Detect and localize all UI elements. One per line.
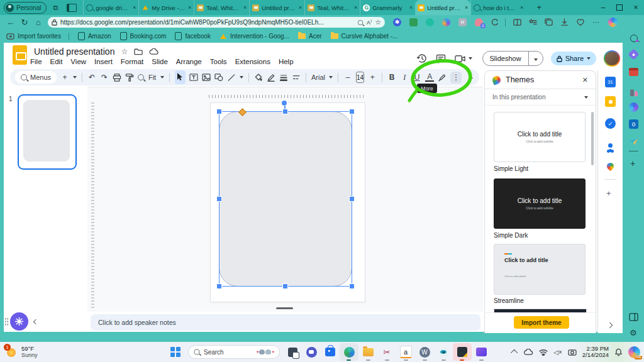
cloud-status-icon[interactable]: [149, 48, 158, 55]
eye-app-button[interactable]: [434, 343, 453, 361]
onedrive-icon[interactable]: [523, 349, 533, 356]
extension-pink-icon[interactable]: 2: [475, 18, 483, 26]
resize-handle-se[interactable]: [350, 284, 354, 288]
tab-close-icon[interactable]: ×: [188, 4, 191, 11]
clock[interactable]: 2:39 PM 2/14/2024: [582, 346, 609, 359]
slide-canvas[interactable]: [87, 87, 483, 312]
sidebar-search-icon[interactable]: [628, 33, 639, 43]
increase-font-button[interactable]: +: [368, 73, 377, 82]
slides-logo-icon[interactable]: [13, 45, 27, 65]
select-tool-button[interactable]: [175, 70, 186, 84]
highlight-color-button[interactable]: [438, 74, 447, 82]
menu-format[interactable]: Format: [121, 58, 143, 65]
settings-more-icon[interactable]: ⋯: [592, 18, 599, 26]
vertical-tabs-icon[interactable]: [67, 4, 77, 12]
document-title[interactable]: Untitled presentation: [34, 47, 114, 57]
zoom-out-icon[interactable]: [358, 19, 364, 25]
bookmark-cursive-folder[interactable]: Cursive Alphabet -...: [331, 33, 398, 40]
insert-line-button[interactable]: [227, 74, 236, 82]
split-screen-icon[interactable]: [513, 18, 521, 26]
file-explorer-button[interactable]: [358, 343, 377, 361]
tab-close-icon[interactable]: ×: [520, 4, 523, 11]
tab-untitled-active[interactable]: Untitled prese ×: [415, 0, 470, 15]
in-this-presentation-row[interactable]: In this presentation: [485, 89, 596, 106]
adjust-handle[interactable]: [238, 108, 247, 116]
bookmark-import-favorites[interactable]: Import favorites: [6, 33, 61, 40]
line-dropdown-icon[interactable]: [240, 76, 243, 79]
hide-menus-button[interactable]: [469, 76, 473, 79]
extension-blue-icon[interactable]: ✱: [393, 18, 401, 26]
add-slide-dropdown-icon[interactable]: [73, 76, 77, 79]
wifi-icon[interactable]: [539, 349, 548, 356]
resize-handle-ne[interactable]: [350, 109, 354, 114]
tab-close-icon[interactable]: ×: [354, 4, 357, 11]
camera-device-icon[interactable]: [568, 349, 577, 356]
back-icon[interactable]: ←: [4, 18, 18, 27]
menu-slide[interactable]: Slide: [152, 58, 168, 65]
maps-icon[interactable]: [605, 161, 616, 172]
close-button[interactable]: ×: [628, 1, 644, 14]
sidebar-toolbox-icon[interactable]: [629, 68, 638, 76]
keep-icon[interactable]: [605, 96, 616, 107]
border-dash-button[interactable]: [292, 74, 301, 82]
zoom-button[interactable]: [138, 74, 144, 80]
extension-color-icon[interactable]: [442, 18, 450, 26]
camera-dropdown-icon[interactable]: [469, 57, 472, 60]
zoom-mode[interactable]: Fit: [148, 74, 157, 81]
collapse-widget-icon[interactable]: [33, 319, 38, 324]
font-family-select[interactable]: Arial: [311, 74, 325, 81]
text-color-button[interactable]: A: [425, 74, 434, 82]
sidebar-drop-icon[interactable]: [628, 136, 639, 147]
menu-arrange[interactable]: Arrange: [176, 58, 202, 65]
menu-view[interactable]: View: [70, 58, 86, 65]
font-dropdown-icon[interactable]: [329, 76, 333, 79]
menu-edit[interactable]: Edit: [50, 58, 63, 65]
decrease-font-button[interactable]: –: [343, 73, 352, 82]
downloads-icon[interactable]: [560, 18, 569, 26]
store-button[interactable]: [321, 343, 340, 361]
tab-close-icon[interactable]: ×: [133, 4, 136, 11]
extension-grammarly-icon[interactable]: [426, 18, 434, 26]
extension-r-icon[interactable]: R: [458, 18, 467, 26]
bookmark-intervention[interactable]: Intervention - Goog...: [219, 33, 289, 40]
menu-insert[interactable]: Insert: [94, 58, 113, 65]
zoom-dropdown-icon[interactable]: [160, 76, 164, 79]
share-dropdown-icon[interactable]: [587, 57, 591, 60]
font-size-input[interactable]: 14: [356, 72, 364, 83]
sidebar-games-icon[interactable]: [628, 85, 639, 96]
grammarly-widget[interactable]: [10, 312, 28, 331]
extension-green-icon[interactable]: [409, 18, 418, 26]
taskbar-search-box[interactable]: Search ♥ ♥: [188, 345, 280, 359]
menu-help[interactable]: Help: [279, 58, 294, 65]
profile-button[interactable]: Personal: [4, 2, 47, 14]
sidebar-add-icon[interactable]: +: [630, 158, 635, 168]
refresh-icon[interactable]: ↻: [18, 18, 31, 27]
amazon-button[interactable]: a: [396, 343, 415, 361]
resize-handle-e[interactable]: [350, 197, 354, 201]
tab-my-drive[interactable]: My Drive - Go ×: [138, 0, 194, 15]
task-view-button[interactable]: [283, 343, 302, 361]
slideshow-button[interactable]: Slideshow: [482, 51, 543, 66]
wordpress-button[interactable]: W: [415, 343, 434, 361]
home-icon[interactable]: ⌂: [31, 18, 45, 27]
calendar-icon[interactable]: 31: [605, 77, 616, 87]
text-box-button[interactable]: [189, 74, 198, 81]
hide-side-panel-icon[interactable]: [607, 322, 613, 329]
snipping-tool-button[interactable]: ✂: [377, 343, 396, 361]
tab-teal-white-2[interactable]: Teal, White an ×: [304, 0, 360, 15]
favorites-list-icon[interactable]: [529, 18, 537, 26]
chat-button[interactable]: [302, 343, 321, 361]
tab-untitled-1[interactable]: Untitled prese ×: [249, 0, 304, 15]
version-history-icon[interactable]: [417, 53, 427, 63]
tab-close-icon[interactable]: ×: [243, 4, 247, 11]
import-theme-button[interactable]: Import theme: [514, 316, 569, 329]
collections-icon[interactable]: [545, 18, 553, 26]
move-folder-icon[interactable]: [134, 48, 143, 55]
bookmark-acer-folder[interactable]: Acer: [298, 33, 322, 40]
border-weight-button[interactable]: [279, 74, 288, 82]
menu-extensions[interactable]: Extensions: [235, 58, 270, 65]
favorite-star-icon[interactable]: ☆: [375, 18, 381, 26]
theme-card-simple-dark[interactable]: Click to add title Click to add subtitle: [494, 178, 586, 229]
speaker-notes-input[interactable]: Click to add speaker notes: [91, 314, 480, 331]
comments-icon[interactable]: [436, 54, 446, 63]
